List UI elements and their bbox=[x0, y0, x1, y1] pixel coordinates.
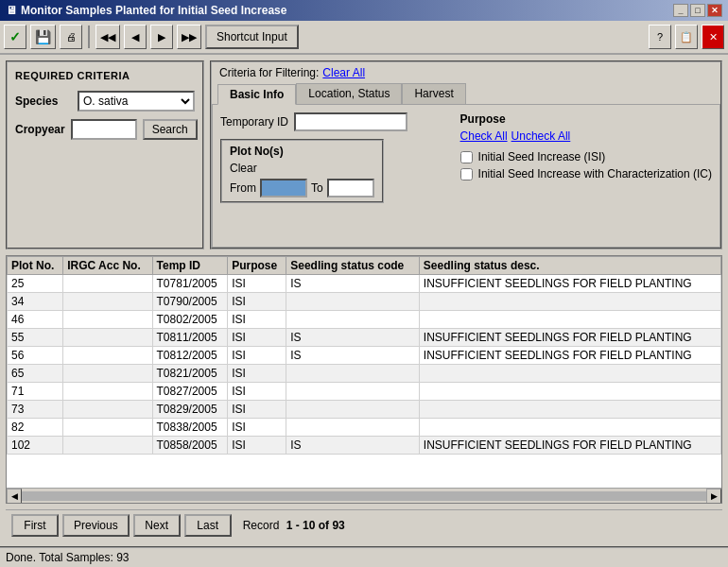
table-cell bbox=[419, 293, 720, 311]
species-row: Species O. sativa bbox=[15, 91, 195, 112]
table-cell: ISI bbox=[228, 365, 286, 383]
table-cell: ISI bbox=[228, 419, 286, 437]
from-input[interactable] bbox=[260, 179, 307, 198]
table-row[interactable]: 65T0821/2005ISI bbox=[8, 365, 721, 383]
criteria-header: Criteria for Filtering: Clear All bbox=[212, 62, 720, 83]
purpose-isi-checkbox[interactable] bbox=[460, 151, 473, 163]
col-purpose: Purpose bbox=[228, 257, 286, 275]
maximize-button[interactable]: □ bbox=[690, 4, 705, 17]
checkmark-button[interactable]: ✓ bbox=[4, 25, 26, 49]
table-cell: T0838/2005 bbox=[152, 419, 228, 437]
title-bar: 🖥 Monitor Samples Planted for Initial Se… bbox=[0, 0, 728, 21]
close-toolbar-button[interactable]: ✕ bbox=[702, 25, 724, 49]
col-plot-no: Plot No. bbox=[8, 257, 63, 275]
table-cell: 56 bbox=[8, 347, 63, 365]
range-row: From To bbox=[230, 179, 374, 198]
help-button[interactable]: ? bbox=[649, 25, 671, 49]
table-cell: 25 bbox=[8, 275, 63, 293]
nav-next-button[interactable]: ▶ bbox=[150, 25, 173, 49]
cropyear-row: Cropyear 2006DS Search bbox=[15, 119, 195, 140]
temp-id-row: Temporary ID bbox=[220, 112, 449, 131]
uncheck-all-link[interactable]: Uncheck All bbox=[511, 129, 571, 143]
cropyear-input[interactable]: 2006DS bbox=[71, 119, 137, 140]
species-label: Species bbox=[15, 94, 72, 108]
plot-nos-title: Plot No(s) bbox=[230, 145, 374, 158]
table-row[interactable]: 34T0790/2005ISI bbox=[8, 293, 721, 311]
horizontal-scrollbar[interactable]: ◀ ▶ bbox=[7, 488, 721, 503]
shortcut-input-button[interactable]: Shortcut Input bbox=[205, 25, 299, 49]
table-cell: ISI bbox=[228, 275, 286, 293]
scroll-left-button[interactable]: ◀ bbox=[7, 489, 22, 504]
last-button[interactable]: Last bbox=[184, 514, 232, 537]
search-button[interactable]: Search bbox=[143, 119, 198, 140]
tab-location-status[interactable]: Location, Status bbox=[296, 83, 402, 104]
tab-basic-info[interactable]: Basic Info bbox=[217, 84, 296, 105]
table-cell: 55 bbox=[8, 329, 63, 347]
table-row[interactable]: 102T0858/2005ISIISINSUFFICIENT SEEDLINGS… bbox=[8, 437, 721, 455]
scroll-right-button[interactable]: ▶ bbox=[706, 489, 721, 504]
table-cell bbox=[63, 401, 152, 419]
table-cell: ISI bbox=[228, 437, 286, 455]
nav-last-button[interactable]: ▶▶ bbox=[177, 25, 201, 49]
clear-all-link[interactable]: Clear All bbox=[322, 66, 365, 79]
tabs-bar: Basic Info Location, Status Harvest bbox=[212, 83, 720, 104]
table-cell: 82 bbox=[8, 419, 63, 437]
table-cell: INSUFFICIENT SEEDLINGS FOR FIELD PLANTIN… bbox=[419, 437, 720, 455]
table-row[interactable]: 25T0781/2005ISIISINSUFFICIENT SEEDLINGS … bbox=[8, 275, 721, 293]
table-cell: T0802/2005 bbox=[152, 311, 228, 329]
basic-info-left: Temporary ID Plot No(s) Clear bbox=[220, 112, 449, 239]
nav-first-button[interactable]: ◀◀ bbox=[95, 25, 120, 49]
table-cell: IS bbox=[286, 275, 420, 293]
scroll-track[interactable] bbox=[22, 491, 706, 501]
to-input[interactable] bbox=[327, 179, 374, 198]
table-cell bbox=[63, 383, 152, 401]
close-button[interactable]: ✕ bbox=[707, 4, 722, 17]
purpose-isi-row: Initial Seed Increase (ISI) bbox=[460, 150, 712, 163]
table-cell: 102 bbox=[8, 437, 63, 455]
table-cell: IS bbox=[286, 347, 420, 365]
table-cell: ISI bbox=[228, 293, 286, 311]
table-cell: 34 bbox=[8, 293, 63, 311]
required-criteria-panel: REQUIRED CRITERIA Species O. sativa Crop… bbox=[6, 60, 204, 249]
table-cell: IS bbox=[286, 437, 420, 455]
purpose-ic-checkbox[interactable] bbox=[460, 168, 473, 180]
table-cell: ISI bbox=[228, 329, 286, 347]
copy-button[interactable]: 📋 bbox=[675, 25, 698, 49]
table-body: 25T0781/2005ISIISINSUFFICIENT SEEDLINGS … bbox=[8, 275, 721, 455]
tab-harvest[interactable]: Harvest bbox=[402, 83, 465, 104]
criteria-panel: Criteria for Filtering: Clear All Basic … bbox=[210, 60, 722, 249]
table-row[interactable]: 82T0838/2005ISI bbox=[8, 419, 721, 437]
col-status-desc: Seedling status desc. bbox=[419, 257, 720, 275]
species-select[interactable]: O. sativa bbox=[78, 91, 195, 112]
app-icon: 🖥 bbox=[6, 4, 17, 17]
previous-button[interactable]: Previous bbox=[62, 514, 130, 537]
nav-prev-button[interactable]: ◀ bbox=[124, 25, 147, 49]
main-content: REQUIRED CRITERIA Species O. sativa Crop… bbox=[0, 55, 728, 546]
status-bar: Done. Total Samples: 93 bbox=[0, 546, 728, 567]
print-button[interactable]: 🖨 bbox=[60, 25, 82, 49]
table-row[interactable]: 46T0802/2005ISI bbox=[8, 311, 721, 329]
minimize-button[interactable]: _ bbox=[673, 4, 688, 17]
table-cell: ISI bbox=[228, 311, 286, 329]
table-row[interactable]: 56T0812/2005ISIISINSUFFICIENT SEEDLINGS … bbox=[8, 347, 721, 365]
first-button[interactable]: First bbox=[11, 514, 59, 537]
plot-nos-clear-link[interactable]: Clear bbox=[230, 162, 257, 175]
check-all-link[interactable]: Check All bbox=[460, 129, 508, 143]
from-label: From bbox=[230, 181, 256, 195]
table-cell bbox=[419, 419, 720, 437]
temp-id-label: Temporary ID bbox=[220, 115, 288, 129]
criteria-header-label: Criteria for Filtering: bbox=[219, 66, 319, 79]
purpose-ic-row: Initial Seed Increase with Characterizat… bbox=[460, 167, 712, 180]
separator-1 bbox=[88, 26, 90, 48]
to-label: To bbox=[311, 181, 323, 195]
table-cell: IS bbox=[286, 329, 420, 347]
next-button[interactable]: Next bbox=[133, 514, 181, 537]
table-cell: INSUFFICIENT SEEDLINGS FOR FIELD PLANTIN… bbox=[419, 329, 720, 347]
table-row[interactable]: 55T0811/2005ISIISINSUFFICIENT SEEDLINGS … bbox=[8, 329, 721, 347]
table-row[interactable]: 71T0827/2005ISI bbox=[8, 383, 721, 401]
table-row[interactable]: 73T0829/2005ISI bbox=[8, 401, 721, 419]
temp-id-input[interactable] bbox=[294, 112, 407, 131]
save-button[interactable]: 💾 bbox=[30, 25, 56, 49]
table-cell bbox=[63, 293, 152, 311]
table-cell bbox=[419, 311, 720, 329]
